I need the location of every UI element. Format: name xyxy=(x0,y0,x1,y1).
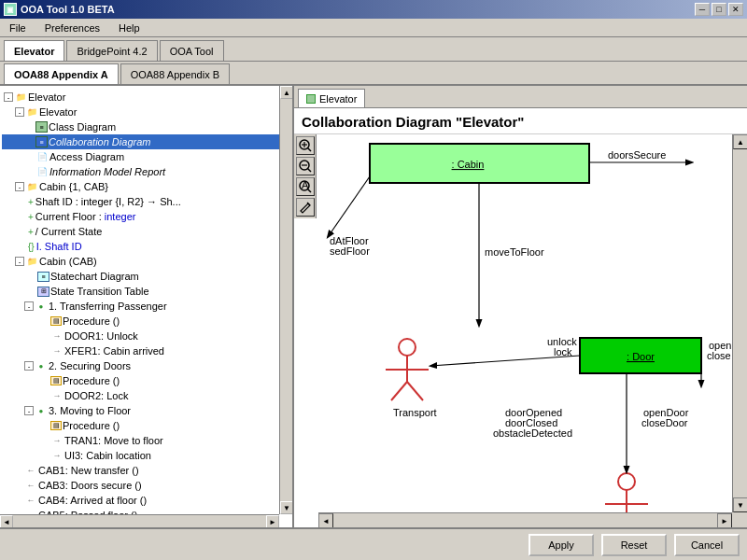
tree-item-shaft-id[interactable]: + Shaft ID : integer {I, R2} → Sh... xyxy=(2,194,290,209)
tree-item-proc-2[interactable]: ▤ Procedure () xyxy=(2,373,290,388)
tree-item-tran1[interactable]: → TRAN1: Move to floor xyxy=(2,433,290,448)
tree-item-collab-diagram[interactable]: ≡ Collaboration Diagram xyxy=(2,134,290,149)
close-button[interactable]: ✕ xyxy=(728,3,743,16)
tab-ooa88-a[interactable]: OOA88 Appendix A xyxy=(4,63,119,84)
tree-item-info-model[interactable]: 📄 Information Model Report xyxy=(2,164,290,179)
scroll-right-btn[interactable]: ► xyxy=(717,513,732,527)
scroll-left-btn[interactable]: ◄ xyxy=(318,513,333,527)
maximize-button[interactable]: □ xyxy=(712,3,726,16)
tree-item-transfer[interactable]: - ● 1. Transferring Passenger xyxy=(2,299,290,314)
right-tab-icon xyxy=(306,94,316,104)
move-to-floor-label: moveToFloor xyxy=(485,246,544,258)
expand-icon[interactable]: - xyxy=(15,257,24,266)
cabin-folder-icon: 📁 xyxy=(25,180,38,193)
expand-icon[interactable]: - xyxy=(24,301,34,311)
diagram-area: A : Cabin : Door dAtFloor xyxy=(294,134,747,527)
app-icon: ▣ xyxy=(4,3,17,16)
title-bar: ▣ OOA Tool 1.0 BETA ─ □ ✕ xyxy=(0,0,747,19)
expand-icon[interactable]: - xyxy=(24,361,34,371)
tree-item-current-floor[interactable]: + Current Floor : integer xyxy=(2,209,290,224)
tree-item-proc-3[interactable]: ▤ Procedure () xyxy=(2,418,290,433)
attr-plus-icon: + xyxy=(28,197,34,207)
tree-item-access-diagram[interactable]: 📄 Access Diagram xyxy=(2,149,290,164)
sed-floor-label: sedFloor xyxy=(330,245,370,257)
arrow-r-icon: → xyxy=(50,434,63,447)
tree-item-i-shaft-id[interactable]: {} I. Shaft ID xyxy=(2,239,290,254)
tree-item-class-diagram[interactable]: ≡ Class Diagram xyxy=(2,119,290,134)
proc-icon: ▤ xyxy=(50,316,62,326)
proc-icon: ▤ xyxy=(50,376,62,385)
arrow-r-icon: → xyxy=(50,449,63,462)
tree-item-moving[interactable]: - ● 3. Moving to Floor xyxy=(2,403,290,418)
reset-button[interactable]: Reset xyxy=(601,534,667,556)
tab-bridgepoint[interactable]: BridgePoint 4.2 xyxy=(66,40,157,61)
tree-item-cab3[interactable]: ← CAB3: Doors secure () xyxy=(2,478,290,493)
apply-button[interactable]: Apply xyxy=(529,534,594,556)
tree-item-proc-1[interactable]: ▤ Procedure () xyxy=(2,314,290,329)
edit-tool[interactable] xyxy=(296,198,315,217)
transport-head xyxy=(399,339,416,356)
minimize-button[interactable]: ─ xyxy=(695,3,710,16)
menu-help[interactable]: Help xyxy=(113,21,146,35)
expand-icon[interactable]: - xyxy=(24,406,34,415)
tree-item-root[interactable]: - 📁 Elevator xyxy=(2,90,290,105)
cancel-button[interactable]: Cancel xyxy=(674,534,740,556)
tree-item-xfer1[interactable]: → XFER1: Cabin arrived xyxy=(2,343,290,358)
left-scrollbar-v[interactable]: ▲ ▼ xyxy=(279,86,292,514)
tree-container: - 📁 Elevator - 📁 Elevator ≡ Class Diagra… xyxy=(0,86,292,526)
attr-plus-icon: + xyxy=(28,212,34,222)
scroll-up-btn[interactable]: ▲ xyxy=(733,134,747,149)
tree-item-cabin-1-cab[interactable]: - 📁 Cabin {1, CAB} xyxy=(2,179,290,194)
diagram-scrollbar-h[interactable]: ◄ ► xyxy=(318,512,732,527)
access-diagram-icon: 📄 xyxy=(35,150,49,163)
scroll-down-btn[interactable]: ▼ xyxy=(733,497,747,512)
tree-item-securing[interactable]: - ● 2. Securing Doors xyxy=(2,358,290,373)
attr-slash-icon: + xyxy=(28,227,34,237)
menu-preferences[interactable]: Preferences xyxy=(39,21,106,35)
scroll-up-btn[interactable]: ▲ xyxy=(280,86,293,99)
scroll-left-btn[interactable]: ◄ xyxy=(0,515,13,527)
tree-item-statechart[interactable]: ≡ Statechart Diagram xyxy=(2,269,290,284)
right-tab-elevator[interactable]: Elevator xyxy=(298,89,365,107)
zoom-fit-tool[interactable]: A xyxy=(296,177,315,196)
expand-icon[interactable]: - xyxy=(4,92,13,102)
tab-ooa-tool[interactable]: OOA Tool xyxy=(160,40,224,61)
tree-item-ui3[interactable]: → UI3: Cabin location xyxy=(2,448,290,463)
arrow-r-icon: → xyxy=(50,389,63,402)
tree-item-door1[interactable]: → DOOR1: Unlock xyxy=(2,329,290,343)
proc-icon: ▤ xyxy=(50,421,62,430)
tab-row-1: Elevator BridgePoint 4.2 OOA Tool xyxy=(0,37,747,62)
zoom-out-tool[interactable] xyxy=(296,157,315,175)
transport-leg-l xyxy=(391,382,407,400)
expand-icon[interactable]: - xyxy=(15,107,24,117)
menu-bar: File Preferences Help xyxy=(0,19,747,37)
expand-icon[interactable]: - xyxy=(15,182,24,191)
left-panel: - 📁 Elevator - 📁 Elevator ≡ Class Diagra… xyxy=(0,86,294,527)
tab-ooa88-b[interactable]: OOA88 Appendix B xyxy=(120,63,230,84)
left-scrollbar-h[interactable]: ◄ ► xyxy=(0,514,279,527)
securing-icon: ● xyxy=(35,359,48,372)
moving-icon: ● xyxy=(35,404,48,417)
diagram-scrollbar-v[interactable]: ▲ ▼ xyxy=(732,134,747,512)
tree-item-cabin-cab[interactable]: - 📁 Cabin (CAB) xyxy=(2,254,290,269)
tree-item-current-state[interactable]: + / Current State xyxy=(2,224,290,239)
tree-item-elevator[interactable]: - 📁 Elevator xyxy=(2,105,290,119)
lock-label: lock xyxy=(554,346,572,357)
arrow-l-icon: ← xyxy=(24,464,37,477)
scroll-down-btn[interactable]: ▼ xyxy=(280,501,293,514)
zoom-in-tool[interactable] xyxy=(296,136,315,155)
diagram-svg: : Cabin : Door dAtFloor sedFloor moveToF… xyxy=(318,134,732,512)
door-label: : Door xyxy=(627,351,655,362)
tree-item-cab1[interactable]: ← CAB1: New transfer () xyxy=(2,463,290,478)
tree-item-cab4[interactable]: ← CAB4: Arrived at floor () xyxy=(2,493,290,508)
folder-icon: 📁 xyxy=(25,105,38,119)
svg-text:A: A xyxy=(302,180,309,190)
tab-elevator[interactable]: Elevator xyxy=(4,40,64,61)
tree-item-state-table[interactable]: ⊞ State Transition Table xyxy=(2,284,290,299)
transfer-icon: ● xyxy=(35,300,48,313)
arrow-r-icon: → xyxy=(50,344,63,357)
scroll-right-btn[interactable]: ► xyxy=(266,515,279,527)
menu-file[interactable]: File xyxy=(4,21,32,35)
tree-item-door2[interactable]: → DOOR2: Lock xyxy=(2,388,290,403)
arrow-l-icon: ← xyxy=(24,479,37,492)
